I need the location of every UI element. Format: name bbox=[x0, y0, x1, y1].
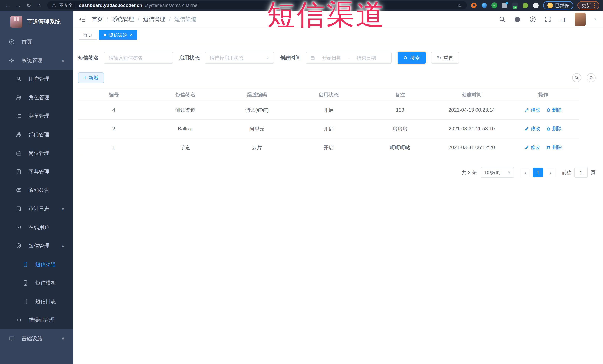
sidebar-item[interactable]: 在线用户 bbox=[0, 218, 73, 237]
sidebar-item[interactable]: 用户管理 bbox=[0, 70, 73, 88]
sidebar-item[interactable]: 菜单管理 bbox=[0, 107, 73, 125]
table-cell-sign: Ballcat bbox=[150, 119, 221, 138]
browser-back-button[interactable]: ← bbox=[4, 1, 12, 10]
github-icon[interactable] bbox=[514, 16, 521, 23]
tab-home[interactable]: 首页 bbox=[79, 30, 97, 40]
breadcrumb-sms[interactable]: 短信管理 bbox=[143, 15, 165, 23]
browser-update-button[interactable]: 更新 bbox=[577, 1, 599, 10]
bookmark-star-icon[interactable]: ☆ bbox=[457, 2, 462, 9]
delete-link[interactable]: 删除 bbox=[546, 144, 562, 151]
sidebar-item[interactable]: 部门管理 bbox=[0, 125, 73, 144]
sidebar-item-label: 系统管理 bbox=[22, 57, 42, 64]
table-cell-actions: 修改删除 bbox=[507, 119, 579, 138]
column-header: 操作 bbox=[507, 89, 579, 101]
delete-link[interactable]: 删除 bbox=[546, 107, 562, 113]
browser-forward-button[interactable]: → bbox=[14, 1, 23, 10]
table-cell-status: 开启 bbox=[293, 119, 364, 138]
extension-icon-pin[interactable] bbox=[481, 2, 487, 9]
sidebar-item-label: 错误码管理 bbox=[29, 317, 55, 324]
column-header: 启用状态 bbox=[293, 89, 364, 101]
security-label[interactable]: 不安全 bbox=[59, 2, 73, 8]
status-select[interactable]: 请选择启用状态 ∨ bbox=[205, 52, 274, 64]
page-number-1[interactable]: 1 bbox=[533, 168, 543, 177]
edit-link[interactable]: 修改 bbox=[525, 125, 540, 132]
log-icon bbox=[16, 206, 23, 212]
sidebar-item[interactable]: 角色管理 bbox=[0, 88, 73, 107]
search-icon[interactable] bbox=[499, 16, 506, 23]
phone-icon bbox=[22, 298, 30, 305]
table-cell-status: 开启 bbox=[293, 138, 364, 157]
sidebar-item[interactable]: 系统管理∧ bbox=[0, 51, 73, 70]
refresh-table-button[interactable] bbox=[587, 73, 596, 82]
table-cell-actions: 修改删除 bbox=[507, 101, 579, 119]
reset-button[interactable]: ↻ 重置 bbox=[431, 52, 459, 64]
prev-page-button[interactable]: ‹ bbox=[521, 168, 530, 177]
extension-icon-switch[interactable]: on bbox=[512, 2, 518, 9]
sign-label: 短信签名 bbox=[78, 54, 99, 61]
toggle-search-button[interactable] bbox=[572, 73, 581, 82]
shield-icon bbox=[16, 243, 23, 249]
breadcrumb-home[interactable]: 首页 bbox=[92, 15, 103, 23]
extension-icon-orange[interactable] bbox=[471, 2, 477, 9]
sidebar-collapse-icon[interactable] bbox=[78, 15, 86, 23]
address-divider bbox=[76, 3, 76, 8]
date-start-input[interactable] bbox=[318, 55, 346, 61]
online-icon bbox=[16, 224, 23, 231]
tab-sms-channel[interactable]: 短信渠道 × bbox=[99, 30, 137, 40]
delete-link[interactable]: 删除 bbox=[546, 125, 562, 132]
org-tree-icon bbox=[16, 132, 23, 138]
next-page-button[interactable]: › bbox=[546, 168, 556, 177]
add-button[interactable]: + 新增 bbox=[78, 72, 104, 83]
extension-icon-people[interactable] bbox=[501, 2, 508, 9]
table-cell-remark: 呵呵呵哒 bbox=[364, 138, 436, 157]
sidebar-item-label: 审计日志 bbox=[29, 205, 49, 212]
font-size-icon[interactable]: TT bbox=[560, 16, 567, 23]
breadcrumb-system[interactable]: 系统管理 bbox=[112, 15, 134, 23]
sidebar-item[interactable]: 错误码管理 bbox=[0, 311, 73, 329]
sidebar-item[interactable]: 字典管理 bbox=[0, 162, 73, 181]
on-badge: on bbox=[513, 6, 517, 9]
sign-input[interactable] bbox=[104, 52, 173, 64]
sidebar-item[interactable]: 岗位管理 bbox=[0, 144, 73, 162]
table-row: 1芋道云片开启呵呵呵哒2021-03-31 06:12:20修改删除 bbox=[78, 138, 579, 157]
page-size-select[interactable]: 10条/页 ∨ bbox=[481, 167, 514, 178]
app-logo-row[interactable]: 芋道管理系统 bbox=[0, 11, 73, 33]
date-range-picker[interactable]: - bbox=[306, 52, 392, 64]
table-cell-created: 2021-03-31 06:12:20 bbox=[436, 138, 508, 157]
fullscreen-icon[interactable] bbox=[544, 16, 551, 23]
avatar-dropdown-icon[interactable]: ▼ bbox=[594, 18, 597, 21]
help-icon[interactable]: ? bbox=[529, 16, 536, 23]
extension-icon-leaf[interactable] bbox=[522, 2, 529, 9]
browser-topbar: ← → ↻ ⌂ ⚠ 不安全 dashboard.yudao.iocoder.cn… bbox=[0, 0, 603, 11]
sidebar-item[interactable]: 首页 bbox=[0, 33, 73, 51]
edit-link[interactable]: 修改 bbox=[525, 144, 540, 151]
app-logo-image bbox=[10, 16, 22, 28]
extension-icon-check[interactable]: ✓ bbox=[491, 2, 497, 8]
sidebar-item[interactable]: 基础设施∨ bbox=[0, 329, 73, 348]
paused-extension-badge[interactable]: 已暂停 bbox=[543, 1, 573, 10]
sidebar-item[interactable]: 短信日志 bbox=[0, 292, 73, 311]
url-host: dashboard.yudao.iocoder.cn bbox=[79, 3, 142, 8]
sidebar-item[interactable]: 短信模板 bbox=[0, 274, 73, 292]
table-cell-id: 4 bbox=[78, 101, 150, 119]
book-icon bbox=[16, 169, 23, 175]
tab-close-icon[interactable]: × bbox=[130, 33, 132, 37]
table-row: 4测试渠道调试(钉钉)开启1232021-04-13 00:23:14修改删除 bbox=[78, 101, 579, 119]
extension-icon-ghost[interactable] bbox=[533, 2, 539, 9]
date-end-input[interactable] bbox=[352, 55, 380, 61]
goto-page-input[interactable] bbox=[574, 167, 588, 178]
refresh-icon: ↻ bbox=[437, 55, 441, 61]
sidebar-item[interactable]: 通知公告 bbox=[0, 181, 73, 199]
chevron-up-icon: ∧ bbox=[61, 243, 65, 248]
sidebar-item[interactable]: 短信管理∧ bbox=[0, 237, 73, 255]
gear-icon bbox=[9, 57, 16, 64]
user-avatar[interactable] bbox=[575, 13, 586, 26]
search-button[interactable]: 搜索 bbox=[397, 52, 426, 64]
sidebar-item[interactable]: 审计日志∨ bbox=[0, 199, 73, 218]
address-bar[interactable]: ⚠ 不安全 dashboard.yudao.iocoder.cn /system… bbox=[47, 1, 467, 10]
sidebar-item[interactable]: 短信渠道 bbox=[0, 255, 73, 274]
browser-menu-icon[interactable] bbox=[594, 3, 595, 8]
browser-home-button[interactable]: ⌂ bbox=[35, 1, 43, 10]
edit-link[interactable]: 修改 bbox=[525, 107, 540, 113]
browser-reload-button[interactable]: ↻ bbox=[24, 1, 33, 10]
